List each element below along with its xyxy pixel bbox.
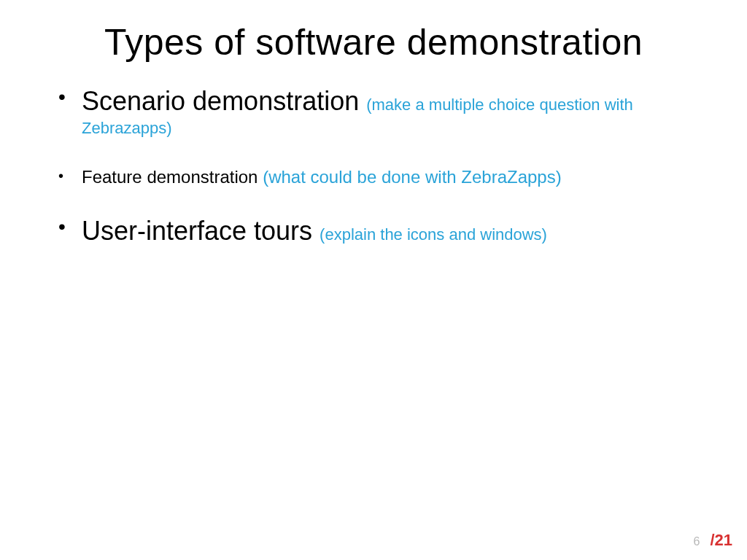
page-number: 6	[694, 535, 700, 548]
bullet-paren-text: (explain the icons and windows)	[320, 225, 547, 244]
bullet-list: Scenario demonstration (make a multiple …	[51, 85, 696, 249]
list-item: Feature demonstration (what could be don…	[51, 166, 696, 188]
bullet-main-text: Scenario demonstration	[82, 86, 366, 116]
page-total: /21	[710, 531, 732, 550]
slide: Types of software demonstration Scenario…	[0, 0, 747, 560]
list-item: Scenario demonstration (make a multiple …	[51, 85, 696, 139]
bullet-paren-text: (what could be done with ZebraZapps)	[263, 167, 562, 187]
bullet-main-text: Feature demonstration	[82, 167, 263, 187]
list-item: User-interface tours (explain the icons …	[51, 214, 696, 249]
bullet-main-text: User-interface tours	[82, 216, 320, 246]
slide-title: Types of software demonstration	[51, 22, 696, 64]
slide-footer: 6 /21	[694, 531, 733, 550]
